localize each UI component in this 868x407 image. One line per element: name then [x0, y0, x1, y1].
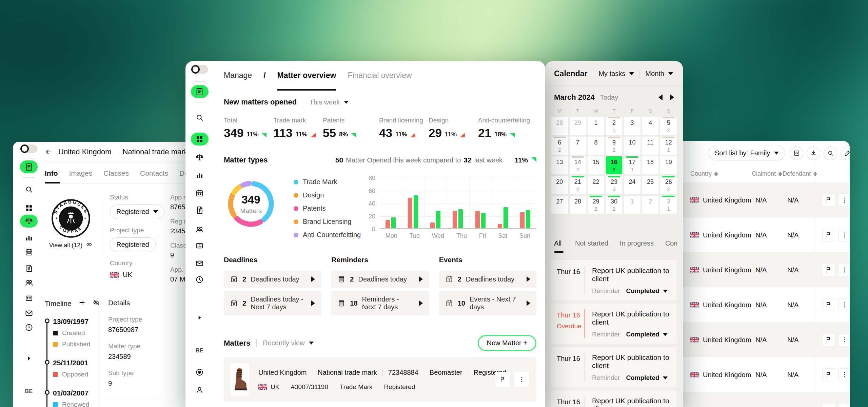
my-tasks-dropdown[interactable]: My tasks [598, 70, 634, 78]
calendar-day-cell[interactable]: 212 [570, 176, 586, 194]
ledger-icon[interactable] [191, 85, 209, 98]
calendar-day-cell[interactable]: 29 [570, 117, 586, 135]
breadcrumb-item[interactable]: National trade mark [123, 148, 188, 156]
action-card[interactable]: 10Events - Next 7 days [439, 291, 536, 315]
nav-breadcrumb[interactable]: Manage [224, 71, 252, 80]
new-matter-button[interactable]: New Matter + [478, 335, 536, 351]
calendar-day-cell[interactable]: 22 [588, 176, 604, 194]
sort-dropdown[interactable]: Sort list by: Family [709, 146, 785, 160]
mail-icon[interactable] [192, 255, 208, 271]
grid-icon[interactable] [21, 200, 37, 216]
table-row[interactable]: United KingdomN/AN/A [674, 217, 850, 252]
calendar-day-cell[interactable]: 1 [624, 196, 640, 214]
kebab-menu-button[interactable] [514, 372, 530, 387]
search-button[interactable] [824, 147, 837, 160]
user-initials-badge[interactable]: BE [196, 348, 203, 354]
calendar-day-cell[interactable]: 121 [660, 137, 677, 155]
task-status-dropdown[interactable]: Completed [626, 374, 667, 382]
calendar-day-cell[interactable]: 4 [642, 117, 659, 135]
calendar-day-cell[interactable]: 15 [588, 156, 604, 174]
prev-month-button[interactable] [658, 94, 663, 100]
grid-icon[interactable] [191, 133, 209, 146]
pencil-button[interactable] [841, 147, 850, 160]
filter-all[interactable]: All [554, 239, 564, 253]
scales-icon[interactable] [20, 215, 38, 228]
task-status-dropdown[interactable]: Completed [626, 287, 667, 295]
back-button[interactable] [45, 148, 53, 156]
calendar-day-cell[interactable]: 262 [660, 176, 677, 194]
scales-icon[interactable] [192, 150, 208, 165]
action-card[interactable]: 2Deadlines today - Next 7 days [224, 291, 321, 315]
calendar-day-cell[interactable]: 142 [570, 156, 586, 174]
action-card[interactable]: 2Deadlines today [439, 271, 536, 288]
calendar-day-cell[interactable]: 171 [624, 156, 640, 174]
kebab-menu-button[interactable] [838, 264, 850, 276]
next-month-button[interactable] [670, 94, 674, 100]
calendar-day-cell[interactable]: 302 [606, 196, 623, 214]
flag-button[interactable] [822, 194, 835, 207]
clock-icon[interactable] [192, 272, 208, 287]
kebab-menu-button[interactable] [838, 333, 850, 346]
table-row[interactable]: United KingdomN/AN/A [674, 392, 850, 407]
tab-matter-overview[interactable]: Matter overview [277, 61, 336, 90]
org-icon[interactable] [21, 290, 37, 306]
org-icon[interactable] [192, 238, 208, 253]
expand-icon[interactable] [192, 310, 208, 325]
kebab-menu-button[interactable] [838, 298, 850, 311]
tab-contacts[interactable]: Contacts [140, 169, 168, 183]
calendar-day-cell[interactable]: 27 [551, 196, 568, 214]
add-timeline-button[interactable] [78, 299, 86, 308]
people-icon[interactable] [21, 275, 37, 290]
table-row[interactable]: United KingdomN/AN/A [674, 322, 850, 357]
calendar-day-cell[interactable]: 19 [660, 156, 677, 174]
mail-icon[interactable] [21, 305, 37, 321]
calendar-icon[interactable] [21, 244, 37, 260]
calendar-day-cell[interactable]: 25 [642, 176, 659, 194]
action-card[interactable]: 2Deadlines today [224, 271, 321, 288]
download-button[interactable] [807, 147, 820, 160]
calendar-icon[interactable] [192, 185, 208, 201]
matters-filter-dropdown[interactable]: Recently view [263, 339, 313, 347]
task-card[interactable]: Thur 16OverdueReport UK publication to c… [551, 304, 677, 344]
kebab-menu-button[interactable] [838, 368, 850, 381]
people-icon[interactable] [192, 221, 208, 237]
calendar-day-cell[interactable]: 1 [588, 117, 604, 135]
calendar-day-cell[interactable]: 92 [606, 137, 623, 155]
flag-button[interactable] [822, 403, 835, 407]
flag-button[interactable] [495, 372, 511, 387]
matter-row[interactable]: United KingdomNational trade mark7234888… [224, 357, 536, 402]
flag-button[interactable] [822, 333, 835, 346]
flag-button[interactable] [822, 368, 835, 381]
calendar-day-cell[interactable]: 3 [624, 117, 640, 135]
ledger-icon[interactable] [20, 160, 38, 173]
user-initials-badge[interactable]: BE [25, 388, 33, 394]
calendar-day-cell[interactable]: 24 [624, 176, 640, 194]
flag-button[interactable] [822, 298, 835, 311]
kebab-menu-button[interactable] [838, 403, 850, 407]
calendar-day-cell[interactable]: 28 [551, 117, 568, 135]
calendar-day-cell[interactable]: 21 [606, 117, 623, 135]
invoice-icon[interactable] [21, 260, 37, 276]
table-row[interactable]: United KingdomN/AN/A [674, 252, 850, 287]
flag-button[interactable] [822, 264, 835, 276]
column-header-defendant[interactable]: Defendant [783, 170, 817, 177]
bar-chart-icon[interactable] [21, 230, 37, 245]
action-card[interactable]: 18Reminders - Next 7 days [331, 291, 429, 315]
calendar-day-cell[interactable]: 28 [570, 196, 586, 214]
tab-classes[interactable]: Classes [103, 169, 129, 183]
filter-not-started[interactable]: Not started [575, 239, 608, 253]
calendar-day-cell[interactable]: 233 [606, 176, 623, 194]
task-card[interactable]: Thur 16Report UK publication to clientRe… [551, 347, 677, 387]
nav-collapse-toggle[interactable] [20, 144, 37, 153]
table-row[interactable]: United KingdomN/AN/A [674, 182, 850, 217]
calendar-day-cell[interactable]: 18 [642, 156, 659, 174]
field-value-pill[interactable]: Registered [110, 237, 156, 252]
calendar-day-cell[interactable]: 62 [551, 137, 568, 155]
breadcrumb-item[interactable]: United Kingdom [58, 148, 112, 156]
view-all-images[interactable]: View all (12) [49, 241, 93, 250]
column-header-claimont[interactable]: Claimont [752, 170, 782, 177]
clock-icon[interactable] [21, 319, 37, 335]
calendar-day-cell[interactable]: 8 [588, 137, 604, 155]
calendar-day-cell[interactable]: 11 [642, 137, 659, 155]
kebab-menu-button[interactable] [838, 229, 850, 241]
